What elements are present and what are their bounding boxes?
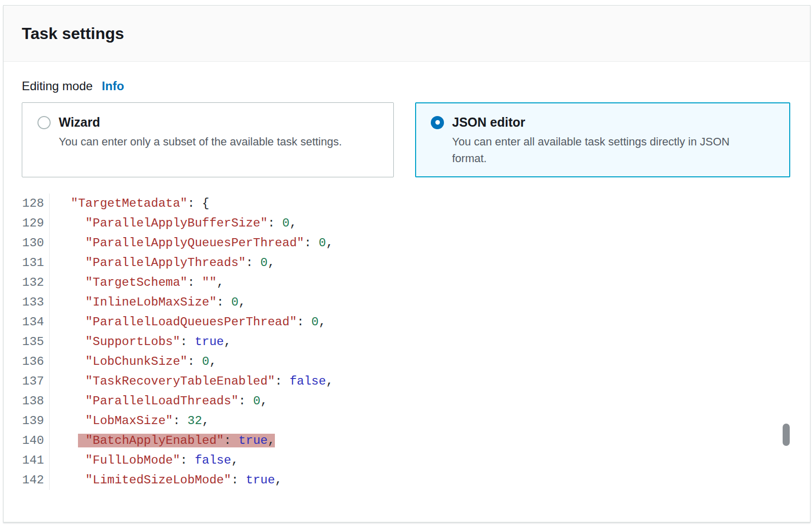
line-number: 130	[4, 233, 50, 253]
line-number: 134	[4, 312, 50, 332]
line-number: 128	[4, 194, 50, 213]
code-line-content[interactable]: "BatchApplyEnabled": true,	[50, 431, 275, 450]
line-number: 138	[4, 391, 50, 411]
code-line[interactable]: 131 "ParallelApplyThreads": 0,	[4, 253, 810, 273]
line-number: 136	[4, 352, 50, 371]
code-line[interactable]: 139 "LobMaxSize": 32,	[4, 411, 810, 431]
code-line[interactable]: 130 "ParallelApplyQueuesPerThread": 0,	[4, 233, 810, 253]
line-number: 131	[4, 253, 50, 273]
tile-json-editor-description: You can enter all available task setting…	[452, 133, 759, 167]
code-line-content[interactable]: "TargetSchema": "",	[50, 273, 224, 292]
code-line-content[interactable]: "LimitedSizeLobMode": true,	[50, 470, 282, 490]
line-number: 132	[4, 273, 50, 292]
panel-body: Editing mode Info Wizard You can enter o…	[4, 62, 810, 490]
code-line-content[interactable]: "LobChunkSize": 0,	[50, 352, 217, 371]
line-number: 142	[4, 470, 50, 490]
radio-dot	[435, 120, 440, 125]
tile-wizard-title: Wizard	[59, 115, 100, 130]
task-settings-panel: Task settings Editing mode Info Wizard Y…	[3, 5, 810, 522]
radio-selected-icon[interactable]	[431, 116, 444, 129]
tile-json-editor[interactable]: JSON editor You can enter all available …	[415, 102, 790, 177]
code-line-content[interactable]: "TaskRecoveryTableEnabled": false,	[50, 371, 333, 391]
code-line-content[interactable]: "ParallelLoadQueuesPerThread": 0,	[50, 312, 326, 332]
code-line[interactable]: 135 "SupportLobs": true,	[4, 332, 810, 352]
line-number: 133	[4, 292, 50, 312]
code-line[interactable]: 134 "ParallelLoadQueuesPerThread": 0,	[4, 312, 810, 332]
editing-mode-label: Editing mode	[22, 79, 93, 93]
code-line[interactable]: 140 "BatchApplyEnabled": true,	[4, 431, 810, 450]
code-line-content[interactable]: "LobMaxSize": 32,	[50, 411, 209, 431]
code-line-content[interactable]: "SupportLobs": true,	[50, 332, 231, 352]
code-line-content[interactable]: "InlineLobMaxSize": 0,	[50, 292, 246, 312]
code-line[interactable]: 137 "TaskRecoveryTableEnabled": false,	[4, 371, 810, 391]
line-number: 140	[4, 431, 50, 450]
code-line-content[interactable]: "ParallelApplyBufferSize": 0,	[50, 213, 297, 233]
code-line[interactable]: 132 "TargetSchema": "",	[4, 273, 810, 292]
code-line[interactable]: 142 "LimitedSizeLobMode": true,	[4, 470, 810, 490]
tile-wizard-description: You can enter only a subset of the avail…	[59, 133, 363, 150]
code-line-content[interactable]: "ParallelLoadThreads": 0,	[50, 391, 268, 411]
page-title: Task settings	[22, 24, 124, 43]
line-number: 129	[4, 213, 50, 233]
json-code-editor[interactable]: 128 "TargetMetadata": {129 "ParallelAppl…	[4, 194, 810, 490]
tile-wizard[interactable]: Wizard You can enter only a subset of th…	[22, 102, 394, 177]
code-line-content[interactable]: "ParallelApplyThreads": 0,	[50, 253, 275, 273]
code-line[interactable]: 141 "FullLobMode": false,	[4, 450, 810, 470]
code-line[interactable]: 128 "TargetMetadata": {	[4, 194, 810, 213]
code-line[interactable]: 133 "InlineLobMaxSize": 0,	[4, 292, 810, 312]
code-line-content[interactable]: "TargetMetadata": {	[50, 194, 209, 213]
line-number: 141	[4, 450, 50, 470]
tile-json-editor-title: JSON editor	[452, 115, 525, 130]
line-number: 135	[4, 332, 50, 352]
code-line[interactable]: 129 "ParallelApplyBufferSize": 0,	[4, 213, 810, 233]
scrollbar-thumb[interactable]	[783, 424, 790, 446]
editing-mode-row: Editing mode Info	[22, 79, 810, 93]
highlighted-code: "BatchApplyEnabled": true,	[78, 434, 275, 447]
code-line[interactable]: 138 "ParallelLoadThreads": 0,	[4, 391, 810, 411]
panel-header: Task settings	[4, 6, 810, 62]
line-number: 137	[4, 371, 50, 391]
radio-unselected-icon[interactable]	[37, 116, 51, 129]
line-number: 139	[4, 411, 50, 431]
code-line-content[interactable]: "FullLobMode": false,	[50, 450, 238, 470]
code-line-content[interactable]: "ParallelApplyQueuesPerThread": 0,	[50, 233, 333, 253]
editing-mode-tiles: Wizard You can enter only a subset of th…	[22, 102, 810, 177]
info-link[interactable]: Info	[102, 79, 124, 93]
code-line[interactable]: 136 "LobChunkSize": 0,	[4, 352, 810, 371]
